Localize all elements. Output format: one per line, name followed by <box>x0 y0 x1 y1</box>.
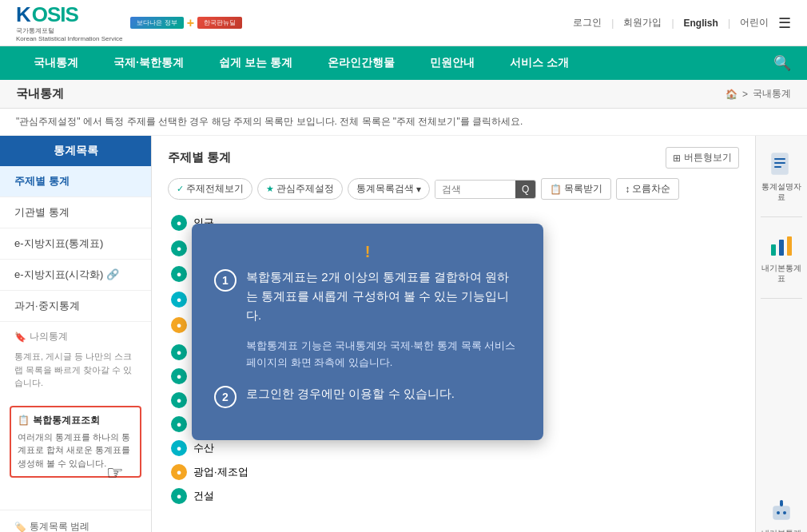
nav-item-service[interactable]: 서비스 소개 <box>492 46 586 80</box>
sidebar-item-elocal-table[interactable]: e-지방지표(통계표) <box>0 228 151 260</box>
filter-bar: ✓ 주제전체보기 ★ 관심주제설정 통계목록검색 ▾ Q 📋 목록받기 ↕ 오름 <box>168 178 739 200</box>
info-text: "관심주제설정" 에서 특정 주제를 선택한 경우 해당 주제의 목록만 보입니… <box>16 116 523 127</box>
sidebar-footer-legend[interactable]: 🏷️ 통계목록 범례 <box>14 517 137 532</box>
right-icon-my-stats[interactable]: 내기본통계표 <box>756 225 807 290</box>
svg-point-11 <box>780 500 783 503</box>
search-box[interactable]: Q <box>435 180 536 199</box>
right-divider-2 <box>761 298 801 299</box>
star-icon: ★ <box>266 184 274 194</box>
info-bar: "관심주제설정" 에서 특정 주제를 선택한 경우 해당 주제의 목록만 보입니… <box>0 109 807 136</box>
list-item[interactable]: ● 건설 <box>168 484 739 508</box>
right-sidebar: 통계설명자료 내기본통계표 <box>755 136 807 532</box>
btn-view-type[interactable]: ⊞ 버튼형보기 <box>666 147 739 169</box>
category-icon-9: ● <box>171 392 187 408</box>
sidebar-my-stats-label: 나의통계 <box>30 330 68 343</box>
sidebar-featured-label: 복합통계표조회 <box>33 414 100 427</box>
category-icon-10: ● <box>171 416 187 432</box>
logo-k: K <box>16 2 30 27</box>
breadcrumb-current: 국내통계 <box>753 87 791 101</box>
main-content-header: 주제별 통계 ⊞ 버튼형보기 <box>168 147 739 169</box>
search-input[interactable] <box>435 181 515 198</box>
logo-kosis: K OSIS 국가통계포털 Korean Statistical Informa… <box>16 2 122 42</box>
right-icon-bot[interactable]: 내기본통계표 <box>756 490 807 532</box>
cursor-icon: ☞ <box>106 462 124 484</box>
category-icon-1: ● <box>171 240 187 256</box>
sidebar-item-elocal-visual[interactable]: e-지방지표(시각화) 🔗 <box>0 260 151 291</box>
nav-item-civil[interactable]: 민원안내 <box>412 46 492 80</box>
check-icon: ✓ <box>177 184 184 194</box>
list-btn[interactable]: 📋 목록받기 <box>541 178 611 200</box>
svg-point-8 <box>777 511 780 514</box>
download-list-icon: 📋 <box>550 184 562 195</box>
top-header: K OSIS 국가통계포털 Korean Statistical Informa… <box>0 0 807 46</box>
sidebar-item-past[interactable]: 과거·중지통계 <box>0 291 151 322</box>
view-type-label: 버튼형보기 <box>684 151 732 165</box>
sidebar-item-agency[interactable]: 기관별 통계 <box>0 197 151 228</box>
home-icon[interactable]: 🏠 <box>726 89 737 100</box>
main-content-title: 주제별 통계 <box>168 150 231 165</box>
page-title: 국내통계 <box>16 86 64 101</box>
top-nav-right: 로그인 | 회원가입 | English | 어린이 ☰ <box>573 14 791 32</box>
nav-login[interactable]: 로그인 <box>573 16 602 30</box>
sidebar-featured-title: 📋 복합통계표조회 <box>18 414 133 427</box>
category-label-12: 광업·제조업 <box>193 465 248 479</box>
featured-icon: 📋 <box>18 415 30 426</box>
chevron-down-icon: ▾ <box>416 184 421 195</box>
plus-icon: + <box>187 16 194 30</box>
breadcrumb-separator: > <box>742 89 748 100</box>
tooltip-text-2: 로그인한 경우에만 이용할 수 있습니다. <box>246 384 455 403</box>
nav-item-publication[interactable]: 온라인간행물 <box>310 46 412 80</box>
right-icon-stats-doc[interactable]: 통계설명자료 <box>756 144 807 208</box>
sort-btn[interactable]: ↕ 오름차순 <box>616 178 679 200</box>
filter-btn-interest[interactable]: ★ 관심주제설정 <box>257 178 343 200</box>
filter-btn-all[interactable]: ✓ 주제전체보기 <box>168 178 252 200</box>
sidebar-featured[interactable]: 📋 복합통계표조회 여러개의 통계표를 하나의 통계표로 합쳐 새로운 통계표를… <box>10 406 141 478</box>
search-button[interactable]: Q <box>515 181 535 198</box>
nav-child[interactable]: 어린이 <box>740 16 769 30</box>
svg-rect-6 <box>787 236 792 256</box>
nav-item-domestic[interactable]: 국내통계 <box>16 46 96 80</box>
filter-btn-search-stats[interactable]: 통계목록검색 ▾ <box>348 178 430 200</box>
svg-point-9 <box>783 511 786 514</box>
bookmark-icon: 🔖 <box>14 332 26 343</box>
nav-item-international[interactable]: 국제·북한통계 <box>96 46 201 80</box>
stats-doc-icon <box>767 150 796 179</box>
hamburger-icon[interactable]: ☰ <box>778 14 791 32</box>
sidebar-item-subject[interactable]: 주제별 통계 <box>0 166 151 197</box>
sidebar-my-stats-desc: 통계표, 게시글 등 나만의 스크랩 목록을 빠르게 찾아갈 수 있습니다. <box>0 347 151 398</box>
category-icon-2: ● <box>171 266 187 282</box>
category-icon-3: ● <box>171 292 187 308</box>
category-icon-8: ● <box>171 368 187 384</box>
sidebar-my-stats-section: 🔖 나의통계 <box>0 322 151 347</box>
category-label-13: 건설 <box>193 489 214 503</box>
bot-icon <box>767 497 796 526</box>
grid-icon: ⊞ <box>673 153 681 164</box>
list-item[interactable]: ● 광업·제조업 <box>168 460 739 484</box>
logo-area: K OSIS 국가통계포털 Korean Statistical Informa… <box>16 2 242 42</box>
nav-join[interactable]: 회원가입 <box>623 16 662 30</box>
category-label-11: 수산 <box>193 441 214 455</box>
my-stats-label: 내기본통계표 <box>759 263 804 284</box>
svg-rect-2 <box>774 162 785 164</box>
tooltip-item-1: 1 복합통계표는 2개 이상의 통계표를 결합하여 원하는 통계표를 새롭게 구… <box>214 268 521 325</box>
sort-btn-label: 오름차순 <box>632 182 670 196</box>
nav-item-easy[interactable]: 쉽게 보는 통계 <box>201 46 310 80</box>
main-nav: 국내통계 국제·북한통계 쉽게 보는 통계 온라인간행물 민원안내 서비스 소개… <box>0 46 807 80</box>
tooltip-sub-1: 복합통계표 기능은 국내통계와 국제·북한 통계 목록 서비스 페이지의 화면 … <box>246 338 521 371</box>
svg-rect-3 <box>774 166 781 168</box>
bot-label: 내기본통계표 <box>759 528 804 532</box>
sidebar-header[interactable]: 통계목록 <box>0 136 151 166</box>
tooltip-overlay: ! 1 복합통계표는 2개 이상의 통계표를 결합하여 원하는 통계표를 새롭게… <box>192 224 543 440</box>
logo-osis: OSIS <box>32 2 78 27</box>
right-divider-1 <box>761 216 801 217</box>
category-icon-0: ● <box>171 215 187 231</box>
main-content: 주제별 통계 ⊞ 버튼형보기 ✓ 주제전체보기 ★ 관심주제설정 통계목록검색 … <box>152 136 755 532</box>
badge-gov: 보다나은 정부 <box>130 17 183 29</box>
svg-rect-1 <box>774 158 785 160</box>
list-btn-label: 목록받기 <box>564 182 602 196</box>
breadcrumb-bar: 국내통계 🏠 > 국내통계 <box>0 80 807 109</box>
nav-english[interactable]: English <box>684 18 718 29</box>
sort-icon: ↕ <box>625 184 630 195</box>
search-icon[interactable]: 🔍 <box>773 54 791 72</box>
svg-rect-4 <box>771 244 776 256</box>
